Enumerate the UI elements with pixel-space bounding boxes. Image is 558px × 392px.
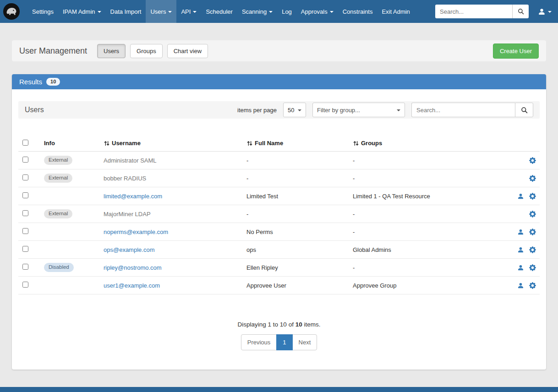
chevron-down-icon — [269, 11, 273, 13]
nav-item-settings[interactable]: Settings — [27, 0, 58, 23]
tab-groups[interactable]: Groups — [130, 44, 163, 58]
results-count-badge: 10 — [46, 78, 60, 86]
nav-item-ipam-admin[interactable]: IPAM Admin — [58, 0, 106, 23]
table-row: External bobber RADIUS - - — [18, 169, 540, 187]
user-profile-icon[interactable] — [517, 282, 524, 289]
chevron-down-icon — [98, 11, 101, 13]
gear-icon[interactable] — [529, 246, 536, 253]
table-search-button[interactable] — [515, 103, 533, 117]
tab-users[interactable]: Users — [97, 44, 126, 58]
navbar-search-button[interactable] — [512, 5, 529, 18]
row-checkbox[interactable] — [22, 246, 28, 252]
tab-chart-view[interactable]: Chart view — [167, 44, 208, 58]
next-page-button[interactable]: Next — [292, 334, 317, 350]
nav-label: API — [181, 8, 191, 15]
items-per-page-label: items per page — [237, 107, 277, 114]
gear-icon[interactable] — [529, 264, 536, 271]
groups: Limited 1 - QA Test Resource — [353, 193, 500, 200]
table-row: External MajorMiner LDAP - - — [18, 205, 540, 223]
username-link[interactable]: ripley@nostromo.com — [104, 264, 162, 271]
row-checkbox[interactable] — [22, 192, 28, 198]
nav-item-api[interactable]: API — [176, 0, 201, 23]
gear-icon[interactable] — [529, 157, 536, 164]
sort-icon — [246, 140, 253, 147]
user-menu[interactable] — [536, 8, 553, 16]
nav-item-scanning[interactable]: Scanning — [237, 0, 277, 23]
nav-item-scheduler[interactable]: Scheduler — [201, 0, 237, 23]
full-name: - — [246, 211, 353, 218]
groups: Approvee Group — [353, 282, 500, 289]
chevron-down-icon — [168, 11, 172, 13]
nav-item-data-import[interactable]: Data Import — [106, 0, 146, 23]
nav-item-exit-admin[interactable]: Exit Admin — [377, 0, 414, 23]
row-checkbox[interactable] — [22, 282, 28, 288]
table-header-row: Info Username Full Name Groups — [18, 135, 540, 152]
app-logo[interactable] — [3, 0, 20, 23]
row-checkbox[interactable] — [22, 174, 28, 180]
column-header-fullname[interactable]: Full Name — [246, 140, 353, 147]
status-badge: External — [44, 174, 72, 183]
gear-icon[interactable] — [529, 211, 536, 218]
full-name: - — [246, 175, 353, 182]
chevron-down-icon — [193, 11, 197, 13]
table-row: External Administrator SAML - - — [18, 152, 540, 169]
username-link[interactable]: Administrator SAML — [104, 157, 157, 164]
mammoth-logo-icon — [3, 3, 20, 20]
nav-item-constraints[interactable]: Constraints — [338, 0, 377, 23]
filter-by-group-select[interactable]: Filter by group... — [312, 103, 405, 117]
user-management-header: User Management Users Groups Chart view … — [12, 40, 546, 61]
gear-icon[interactable] — [529, 175, 536, 182]
user-profile-icon[interactable] — [517, 264, 524, 271]
page-1-button[interactable]: 1 — [276, 334, 292, 350]
previous-page-button[interactable]: Previous — [241, 334, 277, 350]
gear-icon[interactable] — [529, 282, 536, 289]
nav-item-users[interactable]: Users — [146, 0, 176, 23]
column-header-groups[interactable]: Groups — [353, 140, 500, 147]
user-profile-icon[interactable] — [517, 246, 524, 253]
username-link[interactable]: bobber RADIUS — [104, 175, 146, 182]
full-name: - — [246, 157, 353, 164]
groups: - — [353, 264, 500, 271]
table-row: Disabled ripley@nostromo.com Ellen Riple… — [18, 259, 540, 277]
table-search-group — [411, 103, 533, 117]
user-profile-icon[interactable] — [517, 193, 524, 200]
nav-item-approvals[interactable]: Approvals — [296, 0, 338, 23]
column-header-label: Full Name — [255, 140, 283, 147]
status-badge: External — [44, 209, 72, 218]
pagination-summary: Displaying 1 to 10 of 10 items. — [18, 321, 540, 328]
nav-label: Scheduler — [206, 8, 233, 15]
chevron-down-icon — [298, 109, 301, 111]
table-search-input[interactable] — [411, 103, 515, 117]
groups: - — [353, 157, 500, 164]
create-user-button[interactable]: Create User — [493, 44, 539, 59]
column-header-username[interactable]: Username — [104, 140, 246, 147]
table-row: noperms@example.com No Perms - — [18, 223, 540, 241]
row-checkbox[interactable] — [22, 264, 28, 270]
row-checkbox[interactable] — [22, 228, 28, 234]
username-link[interactable]: ops@example.com — [104, 246, 154, 253]
username-link[interactable]: user1@example.com — [104, 282, 160, 289]
username-link[interactable]: MajorMiner LDAP — [104, 211, 151, 218]
column-header-info: Info — [44, 140, 104, 147]
nav-label: IPAM Admin — [63, 8, 95, 15]
navbar-search-input[interactable] — [435, 5, 512, 18]
select-all-checkbox[interactable] — [22, 140, 28, 146]
search-icon — [518, 8, 524, 15]
summary-count: 10 — [295, 321, 302, 328]
items-per-page-select[interactable]: 50 — [283, 103, 306, 117]
username-link[interactable]: noperms@example.com — [104, 229, 168, 235]
gear-icon[interactable] — [529, 229, 536, 235]
user-profile-icon[interactable] — [517, 229, 524, 235]
full-name: Limited Test — [246, 193, 353, 200]
users-table: Info Username Full Name Groups External … — [18, 135, 540, 294]
gear-icon[interactable] — [529, 193, 536, 200]
nav-item-log[interactable]: Log — [277, 0, 296, 23]
row-checkbox[interactable] — [22, 157, 28, 163]
table-row: ops@example.com ops Global Admins — [18, 241, 540, 259]
username-link[interactable]: limited@example.com — [104, 193, 162, 200]
column-header-label: Username — [112, 140, 141, 147]
table-row: limited@example.com Limited Test Limited… — [18, 187, 540, 205]
row-checkbox[interactable] — [22, 210, 28, 216]
nav-label: Users — [150, 8, 166, 15]
nav-label: Constraints — [343, 8, 373, 15]
